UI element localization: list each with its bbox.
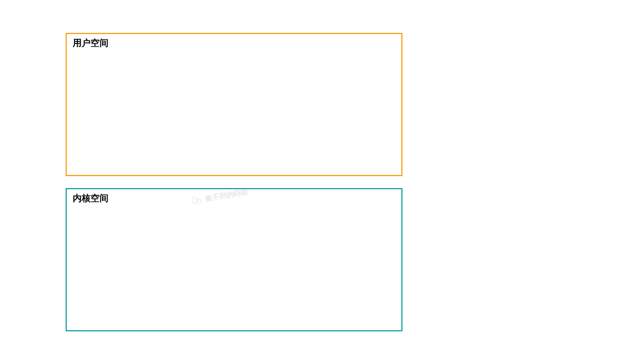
diagram-container: 用户空间 内核空间 [66,33,402,331]
user-space-box: 用户空间 [66,33,402,176]
kernel-space-label: 内核空间 [73,193,109,204]
kernel-space-box: 内核空间 [66,188,402,331]
user-space-label: 用户空间 [73,38,109,49]
